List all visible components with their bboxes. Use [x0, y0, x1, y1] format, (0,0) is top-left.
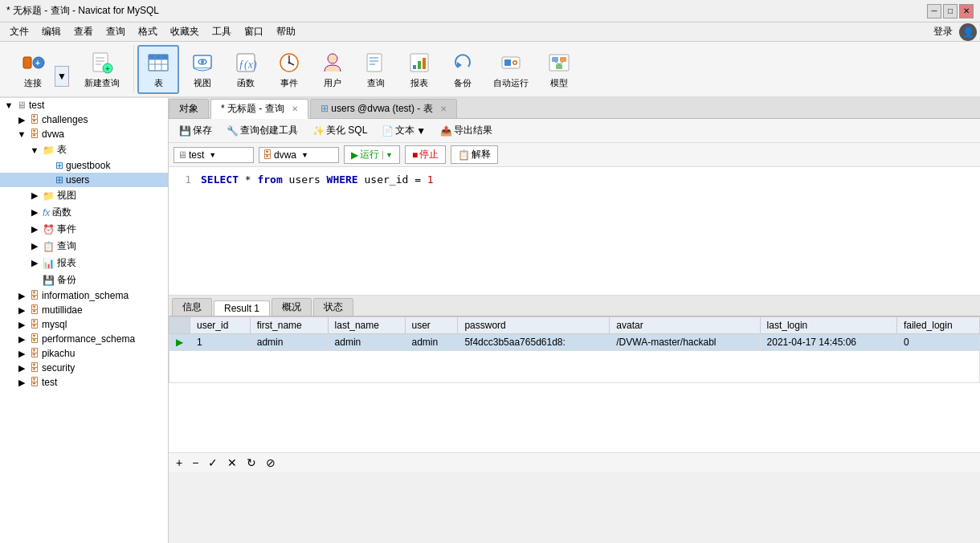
tree-db-info-schema[interactable]: ▶ 🗄 information_schema	[0, 288, 168, 303]
toolbar-model-label: 模型	[550, 77, 568, 89]
maximize-button[interactable]: □	[943, 4, 958, 18]
tree-db-security-label: security	[42, 362, 75, 374]
tree-table-guestbook[interactable]: ⊞ guestbook	[0, 158, 168, 173]
minimize-button[interactable]: ─	[927, 4, 941, 18]
menu-edit[interactable]: 编辑	[35, 23, 67, 40]
beautify-button[interactable]: ✨ 美化 SQL	[307, 121, 373, 140]
connect-dropdown[interactable]: ▼	[55, 66, 69, 87]
toolbar-table[interactable]: 表	[137, 45, 179, 94]
toolbar-backup[interactable]: 备份	[443, 46, 483, 93]
result-table: user_id first_name last_name user passwo…	[169, 316, 980, 383]
tree-folder-functions[interactable]: ▶ fx 函数	[0, 204, 168, 221]
tab-query-close[interactable]: ✕	[292, 104, 298, 113]
db-icon: 🗄	[263, 149, 272, 161]
tree-root-test[interactable]: ▼ 🖥 test	[0, 98, 168, 112]
col-header-avatar[interactable]: avatar	[610, 317, 760, 334]
tab-object[interactable]: 对象	[169, 99, 209, 118]
result-tab-status[interactable]: 状态	[313, 298, 353, 316]
query-tool-button[interactable]: 🔧 查询创建工具	[221, 121, 304, 140]
text-button[interactable]: 📄 文本 ▼	[376, 121, 431, 140]
clear-button[interactable]: ⊘	[263, 455, 278, 470]
col-header-password[interactable]: password	[458, 317, 610, 334]
conn-select[interactable]: 🖥 test ▼	[174, 147, 254, 163]
menu-help[interactable]: 帮助	[270, 23, 302, 40]
run-button[interactable]: ▶ 运行 ▼	[344, 145, 400, 164]
svg-rect-39	[552, 57, 558, 62]
sql-content[interactable]: SELECT * from users WHERE user_id = 1	[201, 174, 974, 288]
expand-icon: ▶	[16, 363, 27, 374]
run-icon: ▶	[351, 149, 358, 161]
tree-folder-events-label: 事件	[57, 223, 76, 236]
table-row[interactable]: ▶ 1 admin admin admin 5f4dcc3b5aa765d61d…	[169, 334, 980, 351]
tree-db-mutillidae[interactable]: ▶ 🗄 mutillidae	[0, 303, 168, 317]
query-tool-icon: 🔧	[227, 125, 239, 137]
menu-file[interactable]: 文件	[3, 23, 35, 40]
tree-folder-events[interactable]: ▶ ⏰ 事件	[0, 221, 168, 238]
tree-db-challenges[interactable]: ▶ 🗄 challenges	[0, 112, 168, 127]
delete-row-button[interactable]: −	[190, 455, 201, 470]
toolbar-event[interactable]: 事件	[269, 46, 309, 93]
result-tabs: 信息 Result 1 概况 状态	[169, 296, 980, 316]
tab-query[interactable]: * 无标题 - 查询 ✕	[210, 99, 308, 119]
db-select[interactable]: 🗄 dvwa ▼	[259, 147, 339, 163]
result-tab-overview[interactable]: 概况	[272, 298, 312, 316]
toolbar-report[interactable]: 报表	[399, 46, 439, 93]
refresh-button[interactable]: ↻	[244, 455, 259, 470]
toolbar-function[interactable]: ƒ(x) 函数	[226, 46, 266, 93]
tree-folder-backup[interactable]: 💾 备份	[0, 272, 168, 288]
autorun-icon	[498, 50, 524, 76]
row-arrow-cell: ▶	[169, 334, 190, 351]
export-button[interactable]: 📤 导出结果	[435, 121, 498, 140]
toolbar-query[interactable]: 查询	[356, 46, 396, 93]
toolbar-model[interactable]: 模型	[539, 46, 579, 93]
menu-window[interactable]: 窗口	[238, 23, 270, 40]
col-header-failed-login[interactable]: failed_login	[896, 317, 979, 334]
connect-label: 连接	[24, 77, 42, 89]
sql-editor[interactable]: 1 SELECT * from users WHERE user_id = 1	[169, 167, 980, 296]
tree-db-mysql[interactable]: ▶ 🗄 mysql	[0, 317, 168, 332]
toolbar-autorun[interactable]: 自动运行	[486, 46, 536, 93]
toolbar-view[interactable]: 视图	[182, 46, 223, 93]
explain-button[interactable]: 📋 解释	[451, 145, 498, 164]
tree-folder-tables[interactable]: ▼ 📁 表	[0, 141, 168, 158]
col-header-last-name[interactable]: last_name	[328, 317, 405, 334]
menu-tools[interactable]: 工具	[206, 23, 238, 40]
stop-button[interactable]: ■ 停止	[405, 145, 446, 164]
toolbar-user[interactable]: 用户	[312, 46, 353, 93]
close-button[interactable]: ✕	[959, 4, 974, 18]
tree-db-security[interactable]: ▶ 🗄 security	[0, 361, 168, 375]
text-icon: 📄	[382, 125, 394, 137]
add-row-button[interactable]: +	[174, 455, 185, 470]
tree-db-pikachu[interactable]: ▶ 🗄 pikachu	[0, 346, 168, 361]
tree-db-test2[interactable]: ▶ 🗄 test	[0, 375, 168, 390]
col-header-first-name[interactable]: first_name	[250, 317, 328, 334]
col-header-user[interactable]: user	[405, 317, 458, 334]
menu-view[interactable]: 查看	[67, 23, 100, 40]
tree-folder-views[interactable]: ▶ 📁 视图	[0, 187, 168, 204]
menu-format[interactable]: 格式	[132, 23, 164, 40]
toolbar-connect[interactable]: + 连接	[13, 46, 53, 93]
cancel-edit-button[interactable]: ✕	[225, 455, 239, 470]
new-query-icon: +	[89, 50, 115, 76]
tree-folder-reports[interactable]: ▶ 📊 报表	[0, 255, 168, 272]
menu-query[interactable]: 查询	[100, 23, 132, 40]
result-tab-info[interactable]: 信息	[172, 298, 212, 316]
confirm-button[interactable]: ✓	[206, 455, 220, 470]
login-button[interactable]: 登录	[927, 23, 959, 40]
tree-table-guestbook-label: guestbook	[66, 160, 110, 171]
run-dropdown[interactable]: ▼	[382, 151, 393, 159]
tab-users-table[interactable]: ⊞ users @dvwa (test) - 表 ✕	[310, 99, 457, 118]
tree-table-users[interactable]: ⊞ users	[0, 173, 168, 187]
tree-db-perf-schema[interactable]: ▶ 🗄 performance_schema	[0, 332, 168, 346]
tab-users-table-close[interactable]: ✕	[440, 104, 447, 113]
save-button[interactable]: 💾 保存	[174, 121, 218, 140]
col-header-last-login[interactable]: last_login	[760, 317, 896, 334]
result-tab-result1[interactable]: Result 1	[214, 300, 270, 316]
tree-db-dvwa[interactable]: ▼ 🗄 dvwa	[0, 127, 168, 141]
menu-favorites[interactable]: 收藏夹	[164, 23, 206, 40]
tree-folder-queries[interactable]: ▶ 📋 查询	[0, 238, 168, 255]
col-header-user-id[interactable]: user_id	[190, 317, 251, 334]
toolbar-new-query[interactable]: + 新建查询	[77, 46, 127, 93]
toolbar-report-label: 报表	[410, 77, 428, 89]
table-grid-icon: ⊞	[55, 174, 63, 186]
